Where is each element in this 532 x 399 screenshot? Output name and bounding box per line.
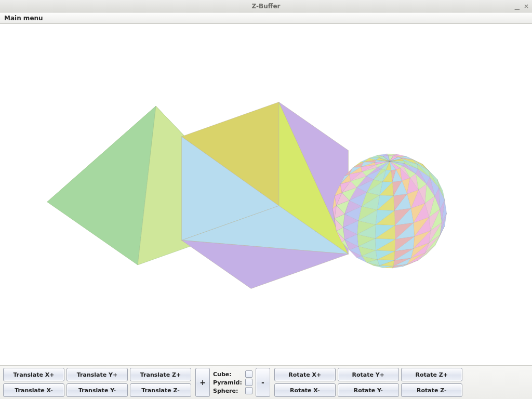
rotate-y-plus-button[interactable]: Rotate Y+ — [338, 368, 399, 381]
translate-group: Translate X+ Translate Y+ Translate Z+ T… — [3, 368, 191, 397]
rotate-x-plus-button[interactable]: Rotate X+ — [274, 368, 336, 381]
shape-checkboxes: Cube: Pyramid: Sphere: — [213, 370, 252, 394]
translate-z-plus-button[interactable]: Translate Z+ — [130, 368, 191, 381]
bottom-toolbar: Translate X+ Translate Y+ Translate Z+ T… — [0, 365, 532, 399]
translate-y-plus-button[interactable]: Translate Y+ — [66, 368, 128, 381]
rotate-group: Rotate X+ Rotate Y+ Rotate Z+ Rotate X- … — [274, 368, 462, 397]
rotate-z-plus-button[interactable]: Rotate Z+ — [401, 368, 462, 381]
pyramid-label: Pyramid: — [213, 379, 242, 386]
translate-z-minus-button[interactable]: Translate Z- — [130, 383, 191, 397]
zoom-out-button[interactable]: - — [256, 368, 270, 397]
rotate-z-minus-button[interactable]: Rotate Z- — [401, 383, 462, 397]
svg-marker-5 — [47, 106, 156, 265]
close-icon[interactable]: × — [524, 3, 529, 10]
translate-x-plus-button[interactable]: Translate X+ — [3, 368, 64, 381]
title-bar[interactable]: Z-Buffer ▁ × — [0, 0, 532, 12]
viewport-3d[interactable] — [0, 24, 532, 365]
window-title: Z-Buffer — [0, 3, 532, 10]
scene-svg — [0, 24, 532, 356]
minimize-icon[interactable]: ▁ — [515, 3, 520, 10]
translate-y-minus-button[interactable]: Translate Y- — [66, 383, 128, 397]
app-window: Z-Buffer ▁ × Main menu Translate X+ Tran… — [0, 0, 532, 399]
menu-main[interactable]: Main menu — [4, 15, 43, 22]
cube-checkbox[interactable] — [245, 370, 252, 378]
rotate-x-minus-button[interactable]: Rotate X- — [274, 383, 336, 397]
zoom-in-button[interactable]: + — [195, 368, 210, 397]
menu-bar: Main menu — [0, 12, 532, 24]
translate-x-minus-button[interactable]: Translate X- — [3, 383, 64, 397]
window-controls: ▁ × — [515, 3, 529, 10]
sphere-label: Sphere: — [213, 388, 242, 394]
cube-label: Cube: — [213, 371, 242, 378]
pyramid-checkbox[interactable] — [245, 379, 252, 386]
sphere-checkbox[interactable] — [245, 387, 252, 394]
rotate-y-minus-button[interactable]: Rotate Y- — [338, 383, 399, 397]
center-panel: + Cube: Pyramid: Sphere: - — [194, 368, 271, 397]
